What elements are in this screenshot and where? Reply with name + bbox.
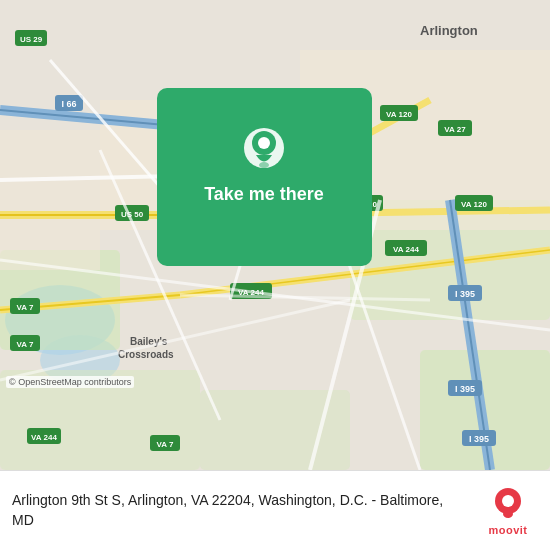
- info-bar: Arlington 9th St S, Arlington, VA 22204,…: [0, 470, 550, 550]
- location-text: Arlington 9th St S, Arlington, VA 22204,…: [12, 492, 443, 528]
- svg-text:US 50: US 50: [121, 210, 144, 219]
- svg-point-76: [502, 495, 514, 507]
- moovit-icon: [490, 486, 526, 522]
- moovit-logo: moovit: [478, 486, 538, 536]
- map-attribution: © OpenStreetMap contributors: [6, 376, 134, 388]
- svg-text:VA 244: VA 244: [31, 433, 57, 442]
- svg-text:VA 244: VA 244: [393, 245, 419, 254]
- svg-rect-69: [157, 88, 372, 266]
- svg-text:I 66: I 66: [61, 99, 76, 109]
- svg-text:US 29: US 29: [20, 35, 43, 44]
- svg-text:VA 7: VA 7: [17, 340, 34, 349]
- svg-text:Take me there: Take me there: [204, 184, 324, 204]
- svg-text:I 395: I 395: [469, 434, 489, 444]
- map-svg: I 66 I 395 I 395 I 395 VA 7 VA 7 VA 244 …: [0, 0, 550, 470]
- svg-text:VA 120: VA 120: [461, 200, 487, 209]
- svg-point-72: [258, 137, 270, 149]
- svg-rect-10: [0, 130, 100, 270]
- svg-text:VA 120: VA 120: [386, 110, 412, 119]
- location-info: Arlington 9th St S, Arlington, VA 22204,…: [12, 491, 468, 530]
- svg-text:VA 7: VA 7: [157, 440, 174, 449]
- svg-text:I 395: I 395: [455, 384, 475, 394]
- svg-text:Arlington: Arlington: [420, 23, 478, 38]
- svg-point-77: [503, 510, 513, 518]
- svg-text:VA 27: VA 27: [444, 125, 466, 134]
- svg-text:VA 7: VA 7: [17, 303, 34, 312]
- svg-point-73: [259, 162, 269, 168]
- moovit-label: moovit: [488, 524, 527, 536]
- map-container: I 66 I 395 I 395 I 395 VA 7 VA 7 VA 244 …: [0, 0, 550, 470]
- svg-text:I 395: I 395: [455, 289, 475, 299]
